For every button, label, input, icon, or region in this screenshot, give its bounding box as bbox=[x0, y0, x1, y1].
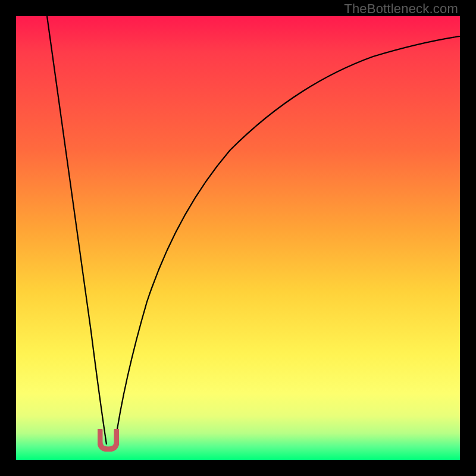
attribution-text: TheBottleneck.com bbox=[344, 1, 458, 17]
gradient-background bbox=[16, 16, 460, 460]
chart-frame bbox=[16, 16, 460, 460]
